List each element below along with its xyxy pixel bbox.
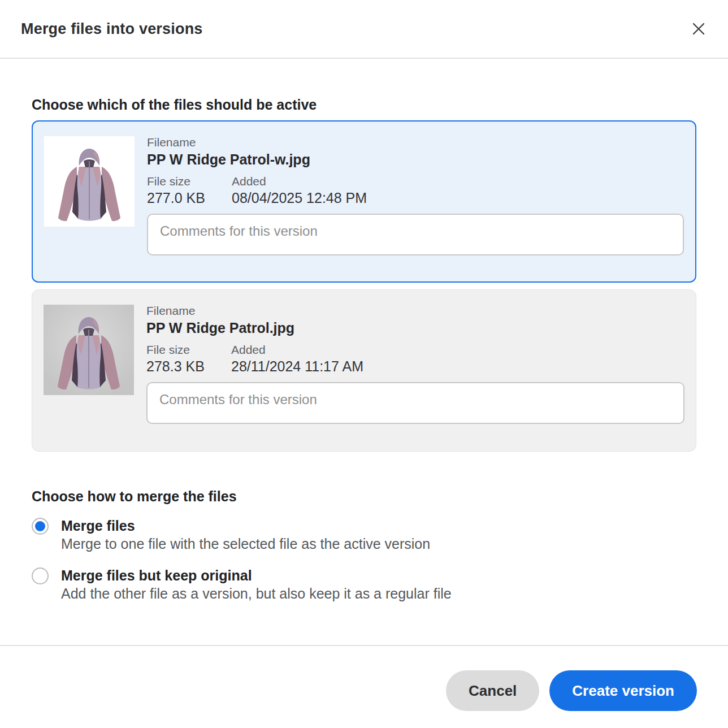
radio-option-merge-files[interactable]: Merge files Merge to one file with the s… [32,517,696,553]
dialog-content: Choose which of the files should be acti… [0,96,728,603]
merge-mode-section-heading: Choose how to merge the files [32,488,696,505]
radio-option-description: Merge to one file with the selected file… [61,535,430,553]
file-card-body: Filename PP W Ridge Patrol.jpg File size… [146,290,684,424]
radio-text: Merge files Merge to one file with the s… [61,517,430,553]
cancel-button[interactable]: Cancel [446,670,539,711]
radio-button-checked-icon[interactable] [32,518,49,535]
filesize-label: File size [147,174,232,189]
radio-text: Merge files but keep original Add the ot… [61,566,452,603]
close-icon [691,21,707,37]
radio-button-unchecked-icon[interactable] [32,567,49,584]
radio-option-label: Merge files but keep original [61,566,452,584]
filesize-label: File size [146,342,231,357]
file-thumbnail [44,136,135,227]
file-card-selected[interactable]: Filename PP W Ridge Patrol-w.jpg File si… [32,120,696,283]
added-value: 28/11/2024 11:17 AM [231,357,363,376]
radio-option-description: Add the other file as a version, but als… [61,584,452,603]
dialog-header: Merge files into versions [0,0,728,59]
filesize-value: 277.0 KB [147,189,232,207]
filesize-value: 278.3 KB [146,357,231,376]
filename-value: PP W Ridge Patrol-w.jpg [147,150,684,170]
file-meta-row: File size 277.0 KB Added 08/04/2025 12:4… [147,174,684,207]
file-thumbnail [44,305,134,395]
close-button[interactable] [686,16,711,41]
version-comment-input[interactable] [146,382,684,424]
version-comment-input[interactable] [147,214,684,255]
file-meta-row: File size 278.3 KB Added 28/11/2024 11:1… [146,342,684,376]
filename-label: Filename [147,135,684,150]
added-value: 08/04/2025 12:48 PM [232,189,367,207]
dialog-title: Merge files into versions [21,20,203,38]
active-file-section-heading: Choose which of the files should be acti… [32,96,696,113]
added-label: Added [231,342,363,357]
radio-option-label: Merge files [61,517,430,535]
dialog-footer: Cancel Create version [0,645,728,711]
file-card-unselected[interactable]: Filename PP W Ridge Patrol.jpg File size… [32,289,696,452]
filename-label: Filename [146,303,684,318]
create-version-button[interactable]: Create version [549,670,697,711]
added-label: Added [232,174,367,189]
file-card-body: Filename PP W Ridge Patrol-w.jpg File si… [147,122,684,255]
footer-buttons: Cancel Create version [0,646,728,711]
radio-option-merge-keep-original[interactable]: Merge files but keep original Add the ot… [32,566,696,603]
merge-files-dialog: { "dialog": { "title": "Merge files into… [0,0,728,728]
filename-value: PP W Ridge Patrol.jpg [146,318,684,338]
